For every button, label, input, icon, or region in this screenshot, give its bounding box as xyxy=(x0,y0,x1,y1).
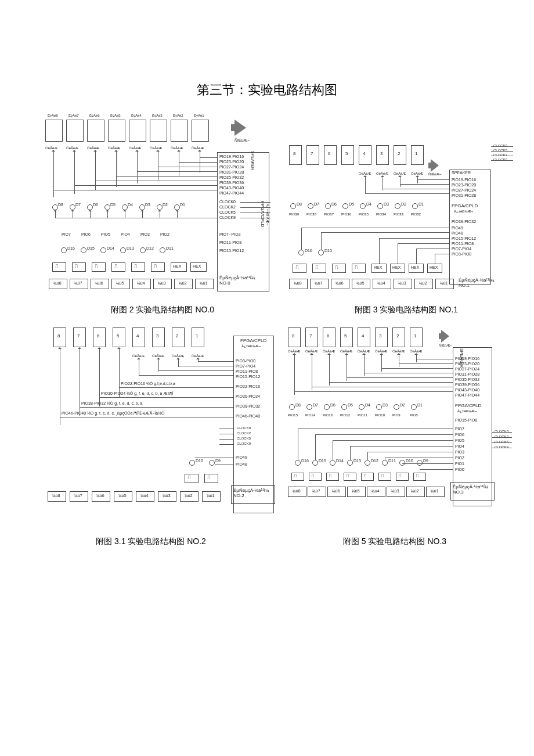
k3k8l: ¼ú8 xyxy=(293,489,301,493)
k2k2l: ¼ú2 xyxy=(185,494,193,498)
l3d5l: D5 xyxy=(348,403,353,407)
disp1-lbl: ÊýÂë1 xyxy=(194,114,204,117)
spk-tri-1 xyxy=(431,159,439,172)
p1l1: PIO23-PIO20 xyxy=(452,183,476,187)
p32: PIO32 xyxy=(411,213,421,216)
p3l0: PIO19-PIO16 xyxy=(455,357,479,361)
p2c: PIO38-PIO32 ½Ó g, f, e, d, c, b, a xyxy=(81,401,142,405)
d12: D12 xyxy=(146,246,154,250)
no0-label: ÊµÑéµçÂ·½á¹¹Í¼ NO.0 xyxy=(219,275,255,286)
p8: PIO8 xyxy=(410,413,418,417)
p13: PIO13 xyxy=(323,413,333,417)
p3p2: PIO2 xyxy=(455,456,464,460)
p2r0: PIO3-PIO0 xyxy=(236,359,255,363)
h3l: HEX xyxy=(392,265,400,269)
d6n: 6 xyxy=(328,151,330,156)
k-row-6 xyxy=(332,264,346,273)
speaker-text: ÑïÉùÆ÷ xyxy=(234,138,250,142)
k1k3l: ¼ú3 xyxy=(398,281,406,285)
d33n: 3 xyxy=(379,333,381,339)
p1l10: PIO3-PIO0 xyxy=(452,252,471,256)
p6: PIO6 xyxy=(81,232,91,236)
disp2-lbl: ÊýÂë2 xyxy=(173,114,183,117)
k5l: ¼ú5 xyxy=(116,281,124,285)
clk9-3: CLOCK9 xyxy=(495,445,508,449)
l3d13l: D13 xyxy=(353,459,361,463)
p15: PIO15 xyxy=(288,413,298,417)
no2-label: ÊµÑéµçÂ·½á¹¹Í¼ NO.2 xyxy=(233,488,269,498)
l1d6l: D6 xyxy=(331,202,337,206)
d35n: 5 xyxy=(344,333,347,339)
diagram-no1: 8 7 6 5 4 3 2 1 ÑïÉùÆ÷ SPEAKER CLOCK9 CL… xyxy=(289,142,513,296)
d34n: 4 xyxy=(362,333,364,339)
fpga2: FPGA/CPLD xyxy=(240,338,266,343)
disp6-lbl: ÊýÂë6 xyxy=(89,114,100,117)
l3d15 xyxy=(312,460,318,466)
disp8 xyxy=(45,120,63,142)
d25n: 5 xyxy=(117,333,119,339)
d32n: 2 xyxy=(396,333,399,339)
l1d5l: D5 xyxy=(349,202,354,206)
spk3-tri xyxy=(441,330,449,343)
led-d13 xyxy=(120,247,126,253)
l1d15l: D15 xyxy=(324,249,332,253)
caption-2: 附图 3.1 实验电路结构图 NO.2 xyxy=(64,537,238,547)
k1k8l: ¼ú8 xyxy=(294,281,302,285)
clk2-2: CLOCK2 xyxy=(237,431,251,435)
disp5 xyxy=(108,120,125,142)
p5: PIO5 xyxy=(101,232,110,236)
spk-txt-1: ÑïÉùÆ÷ xyxy=(428,172,442,176)
p1l3: PIO31-PIO28 xyxy=(452,193,476,197)
d6l: D6 xyxy=(93,203,98,207)
k3k6l: ¼ú6 xyxy=(332,489,340,493)
fpga3: FPGA/CPLD xyxy=(455,403,481,408)
p1l5: PIO49 xyxy=(452,226,463,230)
p3: PIO3 xyxy=(140,232,150,236)
pulse4 xyxy=(131,262,145,272)
p2r6: PIO38-PIO32 xyxy=(236,404,260,408)
disp6 xyxy=(87,120,104,142)
clk0: CLOCK0 xyxy=(219,200,236,204)
p3l2: PIO27-PIO24 xyxy=(455,367,479,371)
l1d4l: D4 xyxy=(366,202,371,206)
l3d7 xyxy=(306,404,312,410)
pulse8 xyxy=(52,262,66,272)
k2row1 xyxy=(204,474,218,483)
p4: PIO4 xyxy=(121,232,130,236)
p2d: PIO46-PIO40 ½Ó g, f, e, d, c, ¸ßµçÖÓë7¶Î… xyxy=(62,411,164,415)
clk9-2: CLOCK9 xyxy=(237,442,251,445)
p2r8: PIO49 xyxy=(236,455,247,459)
caption-0: 附图 2 实验电路结构图 NO.0 xyxy=(70,305,255,315)
disp3-lbl: ÊýÂë3 xyxy=(152,114,163,117)
h2l: HEX xyxy=(411,265,419,269)
k2k4l: ¼ú4 xyxy=(140,494,149,498)
l1d15 xyxy=(318,250,324,255)
l3d7l: D7 xyxy=(313,403,318,407)
l1d3l: D3 xyxy=(384,202,389,206)
l3d2l: D2 xyxy=(400,403,405,407)
l3d3 xyxy=(376,404,382,410)
diagram-no2: 8 7 6 5 4 3 2 1 FPGA/CPLD Ä¿±êÐ¾Æ¬ ÖëÂêÆ… xyxy=(45,325,280,528)
l3d10l: D10 xyxy=(406,459,413,463)
speaker-vert: SPEAKER xyxy=(251,151,255,170)
led-d14 xyxy=(100,247,106,253)
k1k2l: ¼ú2 xyxy=(419,281,427,285)
hex2l: HEX xyxy=(173,264,181,268)
clk9-1: CLOCK9 xyxy=(493,144,507,147)
d24n: 4 xyxy=(136,333,139,339)
d16: D16 xyxy=(67,246,75,250)
disp7-lbl: ÊýÂë7 xyxy=(68,114,79,117)
k3l: ¼ú3 xyxy=(158,281,166,285)
k2k1l: ¼ú1 xyxy=(207,494,215,498)
d5n: 5 xyxy=(345,151,348,156)
p38: PIO38 xyxy=(306,213,316,216)
l3d4 xyxy=(359,404,365,410)
l3d6 xyxy=(324,404,330,410)
d36n: 6 xyxy=(327,333,329,339)
l3d14l: D14 xyxy=(336,459,344,463)
k4l: ¼ú4 xyxy=(137,281,145,285)
h4l: HEX xyxy=(374,265,382,269)
k1k7l: ¼ú7 xyxy=(315,281,323,285)
hex1l: HEX xyxy=(193,264,201,268)
l3d14 xyxy=(330,460,335,466)
